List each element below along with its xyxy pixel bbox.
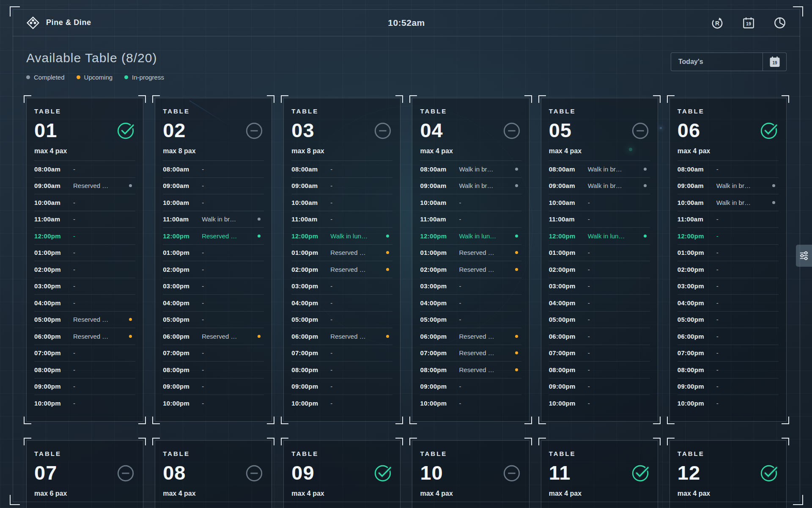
time-slot-row[interactable]: 10:00pm -	[291, 395, 392, 411]
time-slot-row[interactable]: 08:00pm -	[34, 361, 135, 378]
table-card[interactable]: TABLE 04 max 4 pax 08:00am Walk in br…	[412, 98, 529, 422]
time-slot-row[interactable]: 04:00pm -	[163, 294, 264, 311]
time-slot-row[interactable]: 07:00pm Reserved …	[420, 345, 521, 362]
table-card[interactable]: TABLE 02 max 8 pax 08:00am -	[155, 98, 272, 422]
time-slot-row[interactable]: 06:00pm -	[549, 328, 650, 345]
calendar-icon[interactable]: 19	[742, 16, 755, 30]
time-slot-row[interactable]: 03:00pm -	[34, 278, 135, 295]
time-slot-row[interactable]: 07:00pm -	[678, 345, 779, 362]
time-slot-row[interactable]: 04:00pm -	[291, 294, 392, 311]
table-card[interactable]: TABLE 05 max 4 pax 08:00am Walk in br…	[541, 98, 658, 422]
time-slot-row[interactable]: 10:00pm -	[163, 395, 264, 411]
date-filter-select[interactable]: Today's 19	[671, 52, 787, 71]
time-slot-row[interactable]: 07:00pm -	[549, 345, 650, 362]
time-slot-row[interactable]: 10:00am -	[291, 194, 392, 211]
pie-chart-icon[interactable]	[773, 16, 787, 30]
time-slot-row[interactable]: 11:00am Walk in br…	[163, 211, 264, 228]
table-card[interactable]: TABLE 11 max 4 pax	[541, 440, 658, 508]
time-slot-row[interactable]: 08:00pm -	[678, 361, 779, 378]
time-slot-row[interactable]: 09:00pm -	[678, 378, 779, 395]
time-slot-row[interactable]: 06:00pm -	[678, 328, 779, 345]
time-slot-row[interactable]: 08:00pm Reserved …	[420, 361, 521, 378]
time-slot-row[interactable]: 09:00pm -	[420, 378, 521, 395]
table-card[interactable]: TABLE 07 max 6 pax	[26, 440, 143, 508]
time-slot-row[interactable]: 02:00pm -	[678, 261, 779, 278]
time-slot-row[interactable]: 07:00pm -	[163, 345, 264, 362]
time-slot-row[interactable]: 02:00pm -	[163, 261, 264, 278]
time-slot-row[interactable]: 03:00pm -	[678, 278, 779, 295]
time-slot-row[interactable]: 06:00pm Reserved …	[34, 328, 135, 345]
time-slot-row[interactable]: 05:00pm -	[420, 311, 521, 328]
time-slot-row[interactable]: 08:00am -	[678, 160, 779, 177]
time-slot-row[interactable]: 09:00pm -	[549, 378, 650, 395]
time-slot-row[interactable]: 09:00am -	[291, 177, 392, 194]
time-slot-row[interactable]: 10:00am -	[420, 194, 521, 211]
table-card[interactable]: TABLE 01 max 4 pax 08:00am -	[26, 98, 143, 422]
time-slot-row[interactable]: 01:00pm -	[549, 244, 650, 261]
time-slot-row[interactable]: 05:00pm -	[549, 311, 650, 328]
time-slot-row[interactable]: 09:00am -	[163, 177, 264, 194]
time-slot-row[interactable]: 10:00pm -	[34, 395, 135, 411]
time-slot-row[interactable]: 10:00am -	[163, 194, 264, 211]
time-slot-row[interactable]: 01:00pm -	[34, 244, 135, 261]
time-slot-row[interactable]: 08:00pm -	[163, 361, 264, 378]
table-card[interactable]: TABLE 06 max 4 pax 08:00am -	[669, 98, 787, 422]
time-slot-row[interactable]: 08:00am -	[291, 160, 392, 177]
time-slot-row[interactable]: 10:00pm -	[420, 395, 521, 411]
time-slot-row[interactable]: 08:00am -	[34, 160, 135, 177]
time-slot-row[interactable]: 01:00pm -	[163, 244, 264, 261]
time-slot-row[interactable]: 11:00am -	[549, 211, 650, 228]
time-slot-row[interactable]: 06:00pm Reserved …	[420, 328, 521, 345]
time-slot-row[interactable]: 04:00pm -	[678, 294, 779, 311]
time-slot-row[interactable]: 09:00am Walk in br…	[420, 177, 521, 194]
time-slot-row[interactable]: 07:00pm -	[34, 345, 135, 362]
time-slot-row[interactable]: 01:00pm Reserved …	[291, 244, 392, 261]
time-slot-row[interactable]: 09:00pm -	[291, 378, 392, 395]
time-slot-row[interactable]: 12:00pm Walk in lun…	[549, 227, 650, 244]
time-slot-row[interactable]: 10:00am Walk in br…	[678, 194, 779, 211]
time-slot-row[interactable]: 05:00pm Reserved …	[34, 311, 135, 328]
refresh-icon[interactable]: R	[710, 16, 724, 30]
time-slot-row[interactable]: 08:00pm -	[549, 361, 650, 378]
time-slot-row[interactable]: 10:00am -	[34, 194, 135, 211]
table-card[interactable]: TABLE 09 max 4 pax	[283, 440, 401, 508]
time-slot-row[interactable]: 11:00am -	[34, 211, 135, 228]
time-slot-row[interactable]: 02:00pm -	[549, 261, 650, 278]
time-slot-row[interactable]: 12:00pm Reserved …	[163, 227, 264, 244]
time-slot-row[interactable]: 11:00am -	[678, 211, 779, 228]
time-slot-row[interactable]: 09:00am Reserved …	[34, 177, 135, 194]
time-slot-row[interactable]: 06:00pm Reserved …	[291, 328, 392, 345]
time-slot-row[interactable]: 05:00pm -	[291, 311, 392, 328]
date-picker-button[interactable]: 19	[763, 53, 786, 71]
time-slot-row[interactable]: 09:00pm -	[163, 378, 264, 395]
time-slot-row[interactable]: 12:00pm -	[678, 227, 779, 244]
time-slot-row[interactable]: 11:00am -	[420, 211, 521, 228]
time-slot-row[interactable]: 08:00am Walk in br…	[420, 160, 521, 177]
time-slot-row[interactable]: 06:00pm Reserved …	[163, 328, 264, 345]
time-slot-row[interactable]: 05:00pm -	[678, 311, 779, 328]
time-slot-row[interactable]: 12:00pm Walk in lun…	[291, 227, 392, 244]
time-slot-row[interactable]: 08:00pm -	[291, 361, 392, 378]
table-card[interactable]: TABLE 12 max 4 pax	[669, 440, 787, 508]
time-slot-row[interactable]: 08:00am Walk in br…	[549, 160, 650, 177]
time-slot-row[interactable]: 05:00pm -	[163, 311, 264, 328]
time-slot-row[interactable]: 03:00pm -	[420, 278, 521, 295]
time-slot-row[interactable]: 12:00pm Walk in lun…	[420, 227, 521, 244]
time-slot-row[interactable]: 08:00am -	[163, 160, 264, 177]
time-slot-row[interactable]: 09:00am Walk in br…	[678, 177, 779, 194]
time-slot-row[interactable]: 04:00pm -	[34, 294, 135, 311]
table-card[interactable]: TABLE 03 max 8 pax 08:00am -	[283, 98, 401, 422]
table-card[interactable]: TABLE 10 max 4 pax	[412, 440, 529, 508]
time-slot-row[interactable]: 09:00pm -	[34, 378, 135, 395]
time-slot-row[interactable]: 03:00pm -	[163, 278, 264, 295]
filter-tab[interactable]	[796, 245, 812, 267]
time-slot-row[interactable]: 02:00pm Reserved …	[291, 261, 392, 278]
time-slot-row[interactable]: 10:00am -	[549, 194, 650, 211]
time-slot-row[interactable]: 03:00pm -	[549, 278, 650, 295]
time-slot-row[interactable]: 07:00pm -	[291, 345, 392, 362]
time-slot-row[interactable]: 04:00pm -	[420, 294, 521, 311]
time-slot-row[interactable]: 10:00pm -	[549, 395, 650, 411]
time-slot-row[interactable]: 02:00pm -	[34, 261, 135, 278]
time-slot-row[interactable]: 09:00am Walk in br…	[549, 177, 650, 194]
time-slot-row[interactable]: 03:00pm -	[291, 278, 392, 295]
